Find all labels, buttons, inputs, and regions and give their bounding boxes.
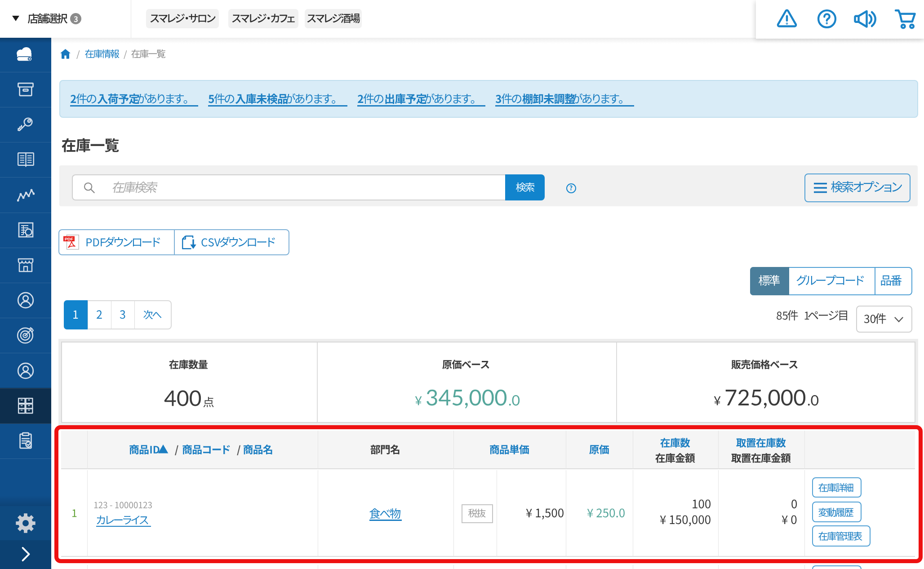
- svg-text:PDF: PDF: [65, 236, 73, 241]
